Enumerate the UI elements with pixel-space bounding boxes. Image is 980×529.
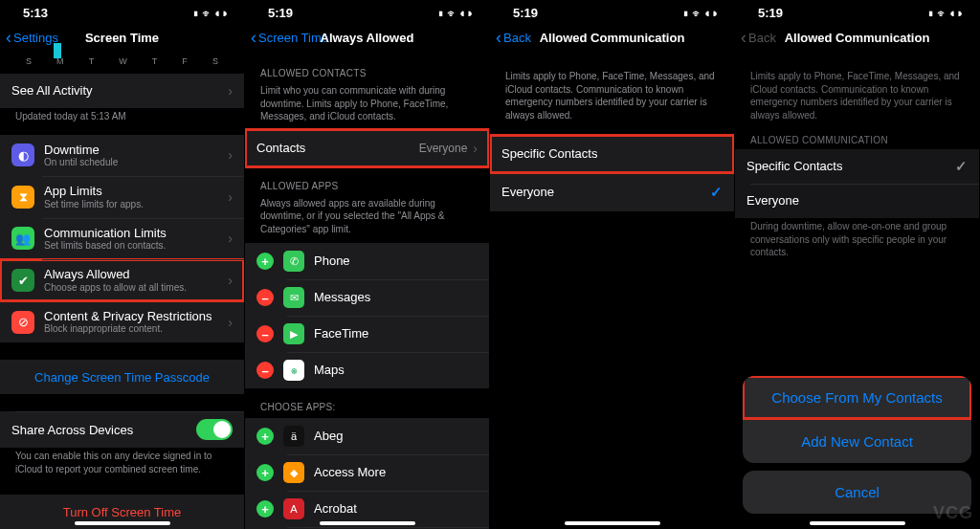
screen-always-allowed: 5:19 ▮ ᯤ ◖◗ ‹ Screen Time Always Allowed…	[245, 0, 490, 529]
screen-allowed-communication-picker: 5:19 ▮ ᯤ ◖◗ ‹ Back Allowed Communication…	[490, 0, 735, 529]
contacts-row[interactable]: Contacts Everyone ›	[245, 129, 489, 167]
chevron-right-icon: ›	[228, 315, 233, 330]
facetime-icon: ▶	[283, 323, 304, 344]
add-icon[interactable]: +	[256, 253, 274, 270]
hourglass-icon: ⧗	[11, 186, 34, 209]
check-icon: ✔︎	[11, 269, 34, 292]
messages-icon: ✉︎	[283, 287, 304, 308]
clock: 5:19	[268, 6, 293, 20]
choose-app-access-more[interactable]: +◆Access More	[245, 454, 489, 491]
section-allowed-apps-desc: Always allowed apps are available during…	[245, 195, 489, 242]
add-icon[interactable]: +	[256, 500, 274, 518]
toggle-on[interactable]	[196, 419, 233, 440]
watermark: VCG	[933, 503, 973, 523]
action-sheet: Choose From My Contacts Add New Contact …	[743, 376, 971, 521]
app-icon: ä	[283, 426, 304, 447]
maps-icon: ⎈	[283, 360, 304, 381]
option-everyone[interactable]: Everyone ✓	[490, 173, 734, 211]
status-icons: ▮ ᯤ ◖◗	[193, 8, 227, 19]
chevron-right-icon: ›	[228, 83, 233, 99]
chevron-right-icon: ›	[228, 147, 233, 163]
phone-icon: ✆	[283, 251, 304, 272]
choose-app-abeg[interactable]: +äAbeg	[245, 418, 489, 454]
remove-icon[interactable]: –	[256, 325, 274, 342]
week-bar: S M T W T F S	[0, 55, 244, 70]
remove-icon[interactable]: –	[256, 289, 274, 306]
status-bar: 5:19 ▮ ᯤ ◖◗	[735, 0, 979, 22]
limits-desc: Limits apply to Phone, FaceTime, Message…	[735, 68, 979, 131]
section-allowed-contacts-desc: Limit who you can communicate with durin…	[245, 82, 489, 129]
allowed-app-facetime[interactable]: –▶FaceTime	[245, 316, 489, 352]
app-icon: A	[283, 498, 304, 519]
add-icon[interactable]: +	[256, 464, 274, 481]
people-icon: 👥	[11, 227, 34, 250]
app-icon: ◆	[283, 462, 304, 483]
limits-desc: Limits apply to Phone, FaceTime, Message…	[490, 68, 734, 135]
sheet-choose-from-contacts[interactable]: Choose From My Contacts	[743, 376, 971, 419]
screen-allowed-communication-sheet: 5:19 ▮ ᯤ ◖◗ ‹ Back Allowed Communication…	[735, 0, 980, 529]
home-indicator[interactable]	[565, 521, 660, 525]
chevron-right-icon: ›	[473, 141, 478, 156]
status-icons: ▮ ᯤ ◖◗	[438, 8, 472, 19]
share-desc: You can enable this on any device signed…	[0, 448, 244, 481]
nav-title: Screen Time	[0, 31, 244, 45]
status-icons: ▮ ᯤ ◖◗	[928, 8, 962, 19]
nav-bar: ‹ Back Allowed Communication	[735, 22, 979, 55]
item-content-privacy[interactable]: ⊘ Content & Privacy RestrictionsBlock in…	[0, 301, 244, 343]
status-bar: 5:13 ▮ ᯤ ◖◗	[0, 0, 244, 22]
item-downtime[interactable]: ◐ DowntimeOn until schedule ›	[0, 135, 244, 177]
nosign-icon: ⊘	[11, 311, 34, 334]
status-bar: 5:19 ▮ ᯤ ◖◗	[245, 0, 489, 22]
item-communication-limits[interactable]: 👥 Communication LimitsSet limits based o…	[0, 218, 244, 260]
clock: 5:19	[513, 6, 538, 20]
clock: 5:19	[758, 6, 783, 20]
home-indicator[interactable]	[75, 521, 170, 525]
add-icon[interactable]: +	[256, 428, 274, 445]
chevron-right-icon: ›	[228, 273, 233, 288]
checkmark-icon: ✓	[710, 184, 723, 201]
chevron-right-icon: ›	[228, 189, 233, 205]
updated-label: Updated today at 5:13 AM	[0, 108, 244, 129]
status-bar: 5:19 ▮ ᯤ ◖◗	[490, 0, 734, 22]
section-allowed-apps: ALLOWED APPS	[245, 177, 489, 195]
item-always-allowed[interactable]: ✔︎ Always AllowedChoose apps to allow at…	[0, 259, 244, 301]
home-indicator[interactable]	[810, 521, 905, 525]
option-specific-contacts[interactable]: Specific Contacts	[490, 135, 734, 173]
contacts-value: Everyone	[419, 142, 468, 155]
section-allowed-contacts: ALLOWED CONTACTS	[245, 64, 489, 82]
change-passcode[interactable]: Change Screen Time Passcode	[0, 360, 244, 394]
allowed-app-phone[interactable]: +✆Phone	[245, 243, 489, 279]
option-everyone[interactable]: Everyone	[735, 184, 979, 218]
see-all-activity[interactable]: See All Activity ›	[0, 74, 244, 108]
screen-screen-time: 5:13 ▮ ᯤ ◖◗ ‹ Settings Screen Time S M T…	[0, 0, 245, 529]
nav-title: Allowed Communication	[735, 31, 979, 45]
checkmark-icon: ✓	[955, 158, 968, 175]
remove-icon[interactable]: –	[256, 362, 274, 379]
nav-title: Allowed Communication	[490, 31, 734, 45]
option-specific-contacts[interactable]: Specific Contacts ✓	[735, 149, 979, 184]
share-across-devices[interactable]: Share Across Devices	[0, 411, 244, 448]
nav-title: Always Allowed	[245, 31, 489, 45]
nav-bar: ‹ Settings Screen Time	[0, 22, 244, 55]
downtime-icon: ◐	[11, 143, 34, 166]
sheet-add-new-contact[interactable]: Add New Contact	[743, 419, 971, 463]
clock: 5:13	[23, 6, 48, 20]
allowed-app-maps[interactable]: –⎈Maps	[245, 352, 489, 388]
item-app-limits[interactable]: ⧗ App LimitsSet time limits for apps. ›	[0, 176, 244, 218]
status-icons: ▮ ᯤ ◖◗	[683, 8, 717, 19]
chevron-right-icon: ›	[228, 231, 233, 246]
usage-bar	[54, 43, 61, 58]
allowed-app-messages[interactable]: –✉︎Messages	[245, 279, 489, 316]
nav-bar: ‹ Back Allowed Communication	[490, 22, 734, 55]
section-allowed-communication: ALLOWED COMMUNICATION	[735, 131, 979, 149]
home-indicator[interactable]	[320, 521, 415, 525]
nav-bar: ‹ Screen Time Always Allowed	[245, 22, 489, 55]
option-footer: During downtime, allow one-on-one and gr…	[735, 218, 979, 265]
section-choose-apps: CHOOSE APPS:	[245, 398, 489, 416]
